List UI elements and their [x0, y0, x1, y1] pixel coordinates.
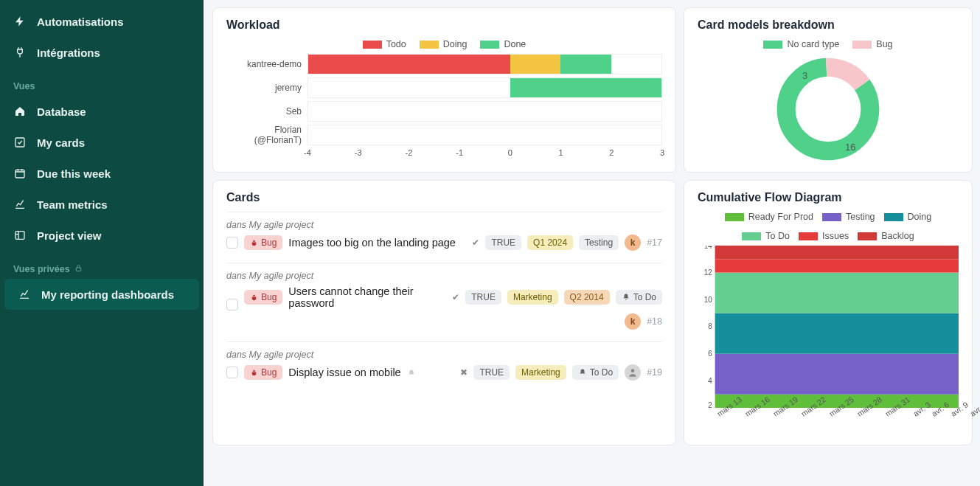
- sidebar-item-database[interactable]: Database: [0, 96, 204, 127]
- card-item[interactable]: dans My agile project Bug Display issue …: [226, 341, 662, 392]
- layout-icon: [13, 229, 27, 242]
- sidebar-section-vues: Vues: [0, 68, 204, 96]
- lock-icon: [74, 264, 83, 274]
- donut-chart: 3 16: [773, 54, 883, 164]
- sidebar-label: Team metrics: [37, 198, 108, 211]
- sidebar-label: Database: [37, 105, 86, 118]
- bug-tag: Bug: [244, 290, 282, 305]
- donut-legend: No card type Bug: [698, 39, 959, 49]
- workload-chart: kantree-demo jeremy Seb: [226, 54, 662, 160]
- todo-tag: To Do: [572, 365, 619, 380]
- todo-tag: To Do: [616, 290, 662, 305]
- cfd-panel: Cumulative Flow Diagram Ready For Prod T…: [684, 180, 973, 445]
- workload-row-label: Florian (@FlorianT): [226, 125, 307, 145]
- x-icon: ✖: [460, 367, 468, 378]
- svg-rect-11: [715, 259, 959, 272]
- true-tag: TRUE: [465, 290, 501, 305]
- chart-line-icon: [13, 198, 27, 211]
- sidebar-label: Project view: [37, 229, 102, 242]
- workload-panel: Workload Todo Doing Done kantree-demo: [212, 7, 676, 173]
- check-square-icon: [13, 136, 27, 149]
- sidebar-item-my-cards[interactable]: My cards: [0, 127, 204, 158]
- svg-rect-1: [15, 170, 24, 178]
- bug-icon: [250, 239, 258, 247]
- sidebar-item-due-this-week[interactable]: Due this week: [0, 158, 204, 189]
- card-project: dans My agile project: [226, 350, 662, 360]
- sidebar-item-team-metrics[interactable]: Team metrics: [0, 189, 204, 220]
- bug-icon: [250, 294, 258, 302]
- person-icon: [628, 367, 638, 378]
- workload-row-label: Seb: [226, 106, 307, 117]
- svg-text:2: 2: [708, 401, 712, 408]
- card-id: #19: [647, 367, 662, 378]
- donut-value-bug: 3: [802, 70, 807, 81]
- main-content: Workload Todo Doing Done kantree-demo: [204, 0, 980, 486]
- bug-tag: Bug: [244, 235, 282, 250]
- workload-row-label: kantree-demo: [226, 59, 307, 69]
- sidebar-label: My reporting dashboards: [41, 288, 174, 301]
- bug-tag: Bug: [244, 365, 282, 380]
- svg-rect-10: [715, 273, 959, 313]
- home-icon: [13, 105, 27, 118]
- card-title: Display issue on mobile: [288, 367, 415, 378]
- sidebar-label: Automatisations: [37, 15, 124, 28]
- sidebar-item-integrations[interactable]: Intégrations: [0, 37, 204, 68]
- svg-rect-2: [15, 232, 24, 240]
- sidebar-section-private: Vues privées: [0, 251, 204, 279]
- chart-line-icon: [18, 288, 31, 301]
- workload-legend: Todo Doing Done: [226, 39, 662, 49]
- sidebar-item-project-view[interactable]: Project view: [0, 220, 204, 251]
- workload-title: Workload: [226, 18, 662, 32]
- sidebar-item-automations[interactable]: Automatisations: [0, 6, 204, 37]
- sidebar-label: My cards: [37, 136, 85, 149]
- calendar-icon: [13, 167, 27, 180]
- bolt-icon: [13, 15, 27, 28]
- sidebar-label: Due this week: [37, 167, 111, 180]
- marketing-tag: Marketing: [515, 365, 566, 380]
- sidebar: Automatisations Intégrations Vues Databa…: [0, 0, 204, 486]
- cards-panel: Cards dans My agile project Bug Images t…: [212, 180, 676, 445]
- bell-muted-icon: [407, 369, 416, 378]
- svg-text:14: 14: [704, 246, 712, 250]
- bell-icon: [622, 293, 630, 302]
- cfd-xaxis: mars 13 mars 16 mars 19 mars 22 mars 25 …: [698, 411, 959, 420]
- cfd-legend: Ready For Prod Testing Doing To Do Issue…: [698, 212, 959, 241]
- workload-axis: -4 -3 -2 -1 0 1 2 3: [307, 148, 662, 160]
- card-id: #17: [647, 237, 662, 248]
- svg-text:12: 12: [704, 268, 712, 277]
- card-checkbox[interactable]: [226, 299, 238, 310]
- avatar[interactable]: [625, 364, 641, 381]
- card-project: dans My agile project: [226, 271, 662, 281]
- svg-text:8: 8: [708, 322, 712, 330]
- card-id: #18: [647, 316, 662, 327]
- cfd-title: Cumulative Flow Diagram: [698, 191, 959, 204]
- avatar[interactable]: k: [625, 313, 641, 330]
- bug-icon: [250, 369, 258, 377]
- card-title: Users cannot change their password: [288, 285, 446, 309]
- check-icon: ✔: [472, 237, 479, 248]
- donut-title: Card models breakdown: [698, 18, 959, 32]
- card-checkbox[interactable]: [226, 367, 238, 378]
- bell-icon: [578, 368, 587, 377]
- svg-rect-8: [715, 354, 959, 395]
- quarter-tag: Q2 2014: [564, 290, 610, 305]
- status-tag: Testing: [579, 235, 619, 250]
- card-checkbox[interactable]: [226, 237, 238, 249]
- sidebar-item-my-reporting[interactable]: My reporting dashboards: [4, 279, 199, 310]
- svg-text:10: 10: [704, 296, 712, 304]
- avatar[interactable]: k: [625, 235, 641, 251]
- true-tag: TRUE: [473, 365, 510, 380]
- svg-rect-12: [715, 246, 959, 259]
- svg-rect-9: [715, 313, 959, 354]
- cards-title: Cards: [226, 191, 662, 204]
- card-item[interactable]: dans My agile project Bug Users cannot c…: [226, 263, 662, 341]
- donut-value-notype: 16: [845, 142, 855, 153]
- svg-text:6: 6: [708, 350, 712, 358]
- sidebar-label: Intégrations: [37, 46, 100, 59]
- card-item[interactable]: dans My agile project Bug Images too big…: [226, 212, 662, 263]
- svg-rect-0: [15, 138, 24, 147]
- true-tag: TRUE: [485, 235, 521, 250]
- workload-row-label: jeremy: [226, 83, 307, 93]
- donut-panel: Card models breakdown No card type Bug 3…: [684, 7, 973, 173]
- quarter-tag: Q1 2024: [527, 235, 573, 250]
